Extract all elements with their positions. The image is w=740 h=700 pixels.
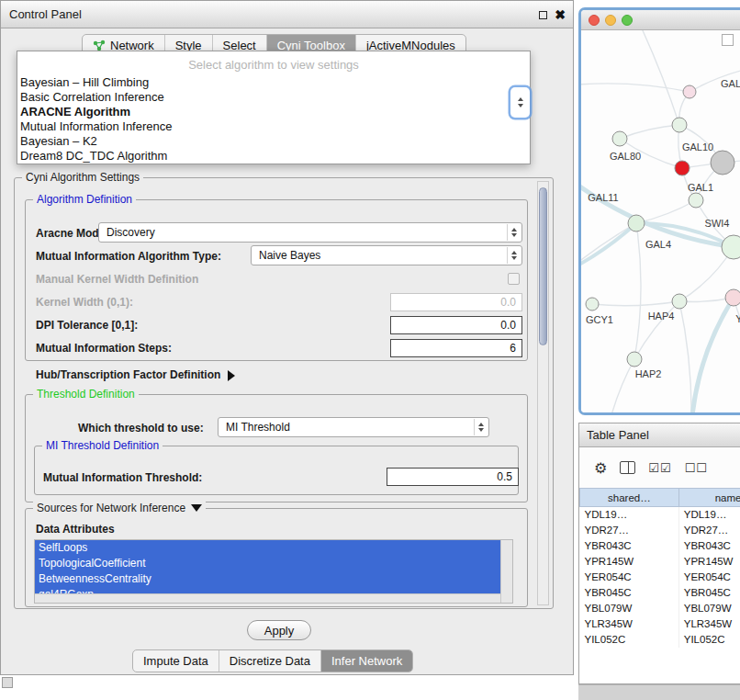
tab-discretize-data[interactable]: Discretize Data: [219, 650, 320, 672]
network-edge: [581, 84, 690, 92]
panel-title: Control Panel: [1, 7, 82, 21]
algorithm-option[interactable]: Dream8 DC_TDC Algorithm: [17, 149, 530, 164]
network-node[interactable]: [689, 193, 703, 208]
group-title: Threshold Definition: [33, 388, 139, 401]
network-node[interactable]: [628, 215, 645, 231]
mi-steps-label: Mutual Information Steps:: [36, 342, 172, 355]
settings-scrollbar[interactable]: [537, 181, 549, 605]
tab-impute-data[interactable]: Impute Data: [133, 650, 219, 672]
data-attribute-item[interactable]: BetweennessCentrality: [35, 571, 500, 587]
algorithm-dropdown-popup: Select algorithm to view settings Bayesi…: [17, 51, 531, 164]
network-node[interactable]: [612, 131, 627, 146]
table-row[interactable]: YBL079WYBL079W: [580, 601, 740, 616]
column-header-name[interactable]: name: [678, 489, 740, 507]
which-threshold-select[interactable]: MI Threshold: [218, 417, 489, 437]
kernel-width-input[interactable]: 0.0: [390, 293, 522, 311]
aracne-mode-select[interactable]: Discovery: [98, 222, 522, 243]
minimized-panel-chip[interactable]: [2, 677, 13, 688]
columns-icon[interactable]: [620, 461, 635, 474]
table-cell: YDR27…: [580, 523, 679, 538]
float-window-icon[interactable]: [539, 11, 547, 19]
algorithm-option[interactable]: Mutual Information Inference: [17, 119, 530, 134]
apply-button-label: Apply: [264, 624, 295, 638]
node-attribute-table: shared… name YDL19…YDL19…13YDR27…YDR27…1…: [579, 488, 740, 648]
apply-button[interactable]: Apply: [247, 620, 311, 640]
expanded-arrow-icon: [191, 504, 202, 512]
network-node[interactable]: [586, 298, 599, 310]
table-cell: YER054C: [678, 570, 740, 585]
network-edge: [620, 125, 679, 139]
data-attribute-item[interactable]: TopologicalCoefficient: [35, 556, 500, 571]
node-label: GAL1: [688, 182, 713, 193]
algorithm-option[interactable]: ARACNE Algorithm: [17, 105, 530, 119]
table-cell: YBL079W: [678, 601, 740, 616]
manual-kernel-checkbox[interactable]: [508, 273, 520, 285]
algorithm-combo-stepper[interactable]: [510, 87, 530, 118]
node-label: GAL80: [610, 151, 641, 162]
column-header-shared-name[interactable]: shared…: [580, 489, 679, 507]
algorithm-options: Bayesian – Hill ClimbingBasic Correlatio…: [17, 75, 530, 164]
kernel-width-label: Kernel Width (0,1):: [36, 296, 133, 309]
control-panel-titlebar[interactable]: Control Panel ✖: [1, 1, 573, 28]
network-node[interactable]: [675, 161, 690, 175]
kernel-width-value: 0.0: [500, 296, 516, 309]
mi-threshold-label: Mutual Information Threshold:: [43, 471, 202, 484]
network-node[interactable]: [672, 118, 687, 132]
table-row[interactable]: YBR043CYBR043C: [580, 538, 740, 554]
group-title: MI Threshold Definition: [42, 439, 163, 452]
zoom-traffic-light-icon[interactable]: [622, 15, 633, 26]
table-row[interactable]: YDL19…YDL19…13: [580, 507, 740, 523]
desktop: Control Panel ✖ Netw: [0, 0, 740, 700]
close-traffic-light-icon[interactable]: [589, 15, 600, 26]
dpi-tolerance-input[interactable]: 0.0: [390, 316, 522, 334]
table-cell: YLR345W: [580, 616, 679, 632]
network-canvas[interactable]: GALGAL80GAL10GAL11GAL1SWI4GAL4GCY1HAP4HA…: [581, 30, 740, 415]
gear-icon[interactable]: ⚙: [594, 459, 607, 477]
data-attributes-list[interactable]: SelfLoopsTopologicalCoefficientBetweenne…: [34, 539, 513, 604]
list-horizontal-scrollbar[interactable]: [35, 593, 500, 603]
network-node[interactable]: [711, 151, 734, 175]
algorithm-placeholder-option[interactable]: Select algorithm to view settings: [17, 51, 530, 75]
deselect-all-checks-icon[interactable]: ☐☐: [685, 461, 708, 475]
mi-type-select[interactable]: Naive Bayes: [251, 245, 522, 265]
network-graph[interactable]: GALGAL80GAL10GAL11GAL1SWI4GAL4GCY1HAP4HA…: [581, 30, 740, 415]
mi-steps-input[interactable]: 6: [390, 339, 522, 357]
table-cell: YDL19…: [580, 507, 679, 523]
table-row[interactable]: YPR145WYPR145W9.: [580, 554, 740, 570]
algorithm-option[interactable]: Bayesian – K2: [17, 134, 530, 149]
sources-group-toggle[interactable]: Sources for Network Inference: [33, 502, 206, 514]
network-node[interactable]: [627, 352, 642, 367]
mi-threshold-input[interactable]: 0.5: [387, 468, 519, 486]
hub-section-toggle[interactable]: Hub/Transcription Factor Definition: [36, 368, 235, 381]
table-row[interactable]: YIL052CYIL052C: [580, 632, 740, 648]
network-node[interactable]: [683, 85, 696, 98]
table-cell: YBR045C: [580, 585, 679, 601]
table-row[interactable]: YBR045CYBR045C9.: [580, 585, 740, 601]
tab-label: Discretize Data: [230, 654, 310, 668]
network-window-titlebar[interactable]: [581, 10, 740, 30]
close-icon[interactable]: ✖: [555, 8, 566, 21]
select-all-checks-icon[interactable]: ☑☑: [648, 461, 671, 475]
algorithm-option[interactable]: Basic Correlation Inference: [17, 90, 530, 105]
network-view-window[interactable]: GALGAL80GAL10GAL11GAL1SWI4GAL4GCY1HAP4HA…: [578, 7, 740, 415]
network-node[interactable]: [672, 294, 687, 309]
aracne-mode-value: Discovery: [107, 226, 155, 239]
table-cell: YBR043C: [678, 538, 740, 554]
table-row[interactable]: YLR345WYLR345W9.: [580, 616, 740, 632]
overview-widget[interactable]: [722, 34, 734, 46]
tab-infer-network[interactable]: Infer Network: [320, 650, 412, 672]
dpi-tolerance-value: 0.0: [500, 319, 516, 332]
table-row[interactable]: YDR27…YDR27…12: [580, 523, 740, 538]
list-vertical-scrollbar[interactable]: [500, 540, 512, 603]
node-label: GAL: [721, 78, 740, 89]
minimize-traffic-light-icon[interactable]: [605, 15, 616, 26]
algorithm-option[interactable]: Bayesian – Hill Climbing: [17, 75, 530, 90]
network-node[interactable]: [725, 289, 740, 306]
scrollbar-thumb[interactable]: [539, 187, 547, 345]
table-row[interactable]: YER054CYER054C8.: [580, 570, 740, 585]
data-attribute-item[interactable]: SelfLoops: [35, 540, 500, 556]
stepper-up-icon: [518, 97, 523, 101]
group-title: Algorithm Definition: [33, 193, 136, 206]
table-panel-titlebar[interactable]: Table Panel: [579, 423, 740, 447]
node-label: HAP2: [635, 368, 662, 379]
